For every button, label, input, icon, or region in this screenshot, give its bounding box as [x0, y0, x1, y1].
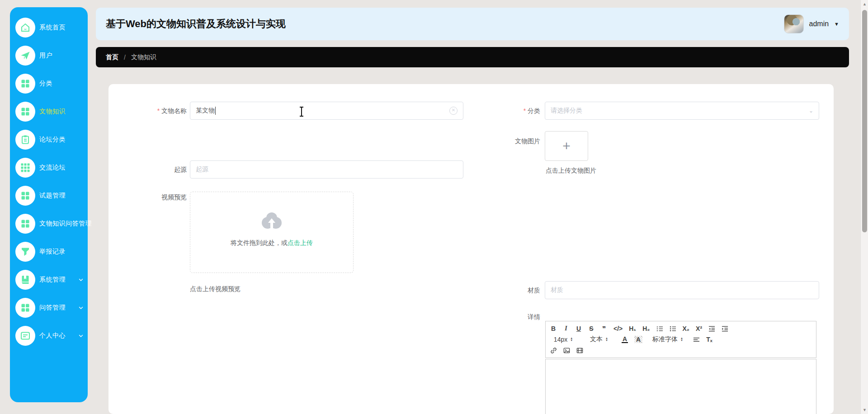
- grid2-icon: [15, 298, 35, 318]
- toolbar-code-block-button[interactable]: </>: [613, 325, 623, 332]
- toolbar-link-button[interactable]: [550, 347, 557, 354]
- sidebar-item-label: 用户: [39, 52, 52, 60]
- breadcrumb-current: 文物知识: [131, 53, 156, 61]
- toolbar-glyph: ❞: [602, 325, 606, 332]
- sidebar-item-label: 交流论坛: [39, 164, 66, 172]
- scroll-up-icon[interactable]: ▲: [863, 2, 867, 6]
- sidebar-item-forum-category[interactable]: 论坛分类: [10, 126, 88, 154]
- scrollbar[interactable]: ▲ ▼: [860, 0, 868, 414]
- toolbar-glyph: X₂: [683, 325, 690, 332]
- name-input-value: 某文物: [196, 107, 215, 115]
- list-bullet-icon: [670, 325, 676, 332]
- video-upload-hint: 点击上传视频预览: [190, 285, 241, 293]
- toolbar-blockquote-button[interactable]: ❞: [601, 325, 607, 332]
- toolbar-text-color-button[interactable]: A: [622, 336, 628, 343]
- toolbar-italic-button[interactable]: I: [563, 325, 569, 332]
- toolbar-clean-button[interactable]: Tₓ: [706, 336, 712, 343]
- toolbar-glyph: A: [623, 336, 627, 342]
- toolbar-strike-button[interactable]: S: [588, 325, 594, 332]
- sidebar-item-personal[interactable]: 个人中心: [10, 322, 88, 350]
- video-drop-area[interactable]: 将文件拖到此处，或点击上传: [190, 192, 354, 273]
- toolbar-list-ordered-button[interactable]: [656, 325, 663, 332]
- toolbar-superscript-button[interactable]: X²: [696, 325, 702, 332]
- toolbar-header-1-button[interactable]: H₁: [629, 325, 636, 332]
- sidebar-item-label: 举报记录: [39, 248, 66, 256]
- sidebar-item-label: 问答管理: [39, 304, 66, 312]
- toolbar-glyph: </>: [613, 325, 623, 332]
- sidebar-item-report-record[interactable]: 举报记录: [10, 238, 88, 266]
- sidebar: 系统首页用户分类文物知识论坛分类交流论坛试题管理文物知识问答管理举报记录系统管理…: [10, 7, 88, 402]
- video-icon: [576, 347, 583, 354]
- home-icon: [15, 18, 35, 38]
- sidebar-item-relic-qa-admin[interactable]: 文物知识问答管理: [10, 210, 88, 238]
- toolbar-indent-button[interactable]: [722, 325, 728, 332]
- toolbar-list-bullet-button[interactable]: [670, 325, 676, 332]
- toolbar-background-button[interactable]: A: [634, 336, 642, 343]
- toolbar-row: BIUS❞</>H₁H₂X₂X²: [550, 324, 811, 333]
- category-placeholder: 请选择分类: [551, 107, 582, 115]
- origin-input[interactable]: 起源: [190, 160, 463, 179]
- toolbar-row: 14px▲▼文本▲▼AA标准字体▲▼Tₓ: [550, 335, 811, 344]
- sidebar-item-label: 试题管理: [39, 192, 66, 200]
- toolbar-image-button[interactable]: [563, 347, 570, 354]
- form-card: 文物名称 某文物 ✕ 分类 请选择分类 ⌄ 文物图片 + 点击上传文物图片 起源…: [108, 84, 834, 414]
- user-name: admin: [809, 20, 829, 28]
- sidebar-item-relic-knowledge[interactable]: 文物知识: [10, 98, 88, 126]
- name-input[interactable]: 某文物 ✕: [190, 102, 463, 120]
- breadcrumb-home[interactable]: 首页: [106, 53, 118, 61]
- user-menu[interactable]: admin ▼: [784, 14, 839, 33]
- align-icon: [693, 336, 700, 343]
- funnel-icon: [15, 242, 35, 262]
- scrollbar-thumb[interactable]: [862, 10, 867, 232]
- toolbar-font-family-dropdown[interactable]: 标准字体▲▼: [649, 335, 687, 343]
- chevron-down-icon: [78, 305, 84, 311]
- breadcrumb: 首页 / 文物知识: [96, 47, 849, 67]
- sidebar-menu: 系统首页用户分类文物知识论坛分类交流论坛试题管理文物知识问答管理举报记录系统管理…: [10, 14, 88, 350]
- origin-label: 起源: [119, 160, 187, 179]
- scroll-down-icon[interactable]: ▼: [863, 408, 867, 412]
- idcard-icon: [15, 326, 35, 346]
- toolbar-subscript-button[interactable]: X₂: [683, 325, 690, 332]
- click-upload-link[interactable]: 点击上传: [288, 239, 313, 246]
- image-icon: [563, 347, 570, 354]
- link-icon: [550, 347, 557, 354]
- sidebar-item-category[interactable]: 分类: [10, 70, 88, 98]
- toolbar-video-button[interactable]: [576, 347, 583, 354]
- chevron-down-icon: ⌄: [809, 108, 813, 114]
- avatar[interactable]: [784, 14, 804, 33]
- material-input[interactable]: 材质: [545, 281, 819, 299]
- toolbar-underline-button[interactable]: U: [576, 325, 582, 332]
- clear-icon[interactable]: ✕: [449, 107, 458, 115]
- sidebar-item-label: 分类: [39, 80, 52, 88]
- sidebar-item-system-admin[interactable]: 系统管理: [10, 266, 88, 294]
- sidebar-item-system-home[interactable]: 系统首页: [10, 14, 88, 42]
- dropdown-arrows-icon: ▲▼: [570, 337, 573, 342]
- material-placeholder: 材质: [551, 286, 563, 294]
- breadcrumb-separator: /: [124, 54, 126, 61]
- sidebar-item-label: 论坛分类: [39, 136, 66, 144]
- toolbar-outdent-button[interactable]: [708, 325, 715, 332]
- sidebar-item-exam[interactable]: 试题管理: [10, 182, 88, 210]
- toolbar-header-2-button[interactable]: H₂: [642, 325, 650, 332]
- sidebar-item-forum[interactable]: 交流论坛: [10, 154, 88, 182]
- chevron-down-icon: ▼: [834, 21, 839, 27]
- sidebar-item-users[interactable]: 用户: [10, 42, 88, 70]
- image-label: 文物图片: [472, 136, 540, 146]
- toolbar-align-button[interactable]: [693, 336, 700, 343]
- toolbar-glyph: X²: [696, 325, 702, 332]
- plus-icon: +: [562, 138, 571, 154]
- plane-icon: [15, 46, 35, 66]
- grid2-icon: [15, 214, 35, 234]
- image-upload-box[interactable]: +: [545, 131, 588, 161]
- rich-text-content[interactable]: [545, 359, 816, 414]
- toolbar-format-dropdown[interactable]: 文本▲▼: [583, 335, 615, 343]
- toolbar-glyph: B: [551, 325, 556, 332]
- toolbar-bold-button[interactable]: B: [550, 325, 557, 332]
- dropdown-arrows-icon: ▲▼: [605, 337, 608, 342]
- sidebar-item-qa-admin[interactable]: 问答管理: [10, 294, 88, 322]
- toolbar-font-size-dropdown[interactable]: 14px▲▼: [550, 336, 576, 343]
- category-select[interactable]: 请选择分类 ⌄: [545, 102, 819, 120]
- indent-icon: [722, 325, 728, 332]
- sidebar-item-label: 文物知识问答管理: [39, 220, 92, 228]
- drag-text: 将文件拖到此处，或: [231, 239, 288, 246]
